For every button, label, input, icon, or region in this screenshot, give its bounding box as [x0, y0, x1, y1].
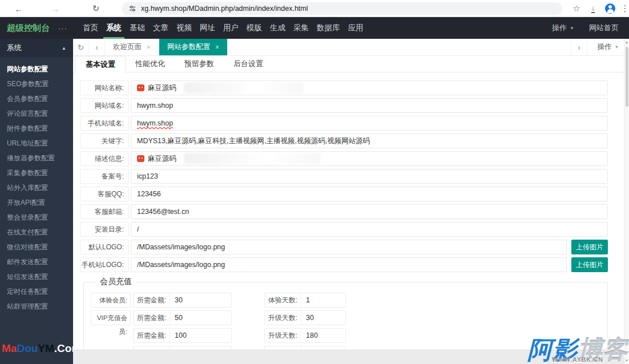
top-navbar: 超级控制台 ··· 首页 系统 基础 文章 视频 网址 用户 模版 生成 采集 …	[0, 17, 629, 39]
tab-site-params[interactable]: 网站参数配置 ×	[159, 39, 228, 55]
sidebar-item-site-params[interactable]: 网站参数配置	[0, 62, 73, 76]
nav-item-home[interactable]: 首页	[79, 17, 102, 39]
sidebar-item-attachment-config[interactable]: 附件参数配置	[0, 121, 73, 136]
amount-input[interactable]: 50	[170, 311, 231, 325]
field-label: 安装目录:	[80, 222, 129, 237]
field-label: 描述信息:	[80, 151, 129, 166]
sidebar-group-system[interactable]: 系统 ▲	[0, 39, 73, 57]
browser-reload-icon[interactable]: ↻	[88, 0, 103, 17]
field-label: 网站域名:	[80, 98, 129, 113]
sidebar-item-sms-config[interactable]: 短信发送配置	[0, 269, 73, 284]
scroll-up-icon[interactable]: ▲	[624, 41, 629, 44]
field-label: 客服QQ:	[80, 187, 129, 201]
devil-icon	[137, 84, 144, 91]
mobile-logo-input[interactable]: /MDassets/images/logo.png	[131, 257, 567, 272]
topnav-actions-dropdown[interactable]: 操作 ▼	[552, 23, 574, 33]
member-type-label	[91, 346, 131, 350]
upload-image-button[interactable]: 上传图片	[571, 240, 608, 254]
nav-item-article[interactable]: 文章	[149, 17, 172, 39]
mobile-domain-input[interactable]: hwym.shop	[131, 116, 608, 131]
field-label: 关键字:	[80, 134, 129, 148]
site-info-icon[interactable]	[128, 5, 136, 13]
nav-item-basic[interactable]: 基础	[126, 17, 149, 39]
nav-item-generate[interactable]: 生成	[266, 17, 289, 39]
sidebar-item-member-params[interactable]: 会员参数配置	[0, 91, 73, 106]
scrollbar-thumb[interactable]	[626, 47, 628, 107]
sidebar-item-payment-config[interactable]: 在线支付配置	[0, 225, 73, 240]
member-type-label: VIP充值会员:	[91, 310, 131, 325]
url-text: xg.hwym.shop/MDadmin.php/admin/index/ind…	[141, 5, 308, 13]
devil-icon	[137, 155, 144, 162]
tab-basic-settings[interactable]: 基本设置	[75, 56, 126, 72]
sidebar-item-login-config[interactable]: 整合登录配置	[0, 210, 73, 225]
days-input[interactable]: 1	[301, 293, 345, 307]
sidebar-item-email-config[interactable]: 邮件发送配置	[0, 254, 73, 269]
sidebar-item-sitegroup-config[interactable]: 站群管理配置	[0, 299, 73, 314]
nav-item-url[interactable]: 网址	[196, 17, 219, 39]
sidebar-item-open-api-config[interactable]: 开放API配置	[0, 195, 73, 210]
topnav-right: 操作 ▼ 网站首页	[552, 23, 629, 33]
member-row: VIP充值会员: 所需金额:50 升级天数:30	[91, 310, 607, 325]
sidebar-item-player-config[interactable]: 播放器参数配置	[0, 151, 73, 165]
amount-input[interactable]: 100	[170, 329, 231, 342]
service-email-input[interactable]: 123456@test.cn	[131, 204, 608, 219]
install-dir-input[interactable]: /	[131, 222, 608, 237]
form-row: 默认LOGO: /MDassets/images/logo.png 上传图片	[80, 240, 608, 254]
sidebar-item-seo-params[interactable]: SEO参数配置	[0, 76, 73, 91]
tab-reserved-params[interactable]: 预留参数	[175, 56, 224, 72]
nav-item-app[interactable]: 应用	[344, 17, 368, 39]
form-row: 描述信息: 麻豆源码	[80, 151, 608, 166]
content-scrollbar[interactable]: ▲ ▼	[624, 39, 629, 364]
refresh-tab-icon[interactable]: ↻	[73, 39, 89, 55]
sidebar-collapse-icon[interactable]: ···	[55, 24, 71, 33]
tabs-scroll-left-icon[interactable]: ‹	[89, 39, 105, 55]
site-domain-input[interactable]: hwym.shop	[131, 98, 608, 113]
site-home-link[interactable]: 网站首页	[589, 23, 619, 33]
form-row: 客服QQ: 123456	[80, 187, 608, 201]
service-qq-input[interactable]: 123456	[131, 187, 608, 201]
sidebar-item-cron-config[interactable]: 定时任务配置	[0, 284, 73, 299]
nav-item-collect[interactable]: 采集	[289, 17, 313, 39]
sidebar-item-offsite-config[interactable]: 站外入库配置	[0, 180, 73, 195]
nav-item-template[interactable]: 模版	[243, 17, 266, 39]
amount-input[interactable]: 30	[170, 293, 231, 307]
site-name-input[interactable]: 麻豆源码	[131, 80, 608, 95]
member-row: 体验会员: 所需金额:30 体验天数:1	[91, 293, 607, 308]
form-row: 客服邮箱: 123456@test.cn	[80, 204, 608, 219]
member-type-label	[91, 328, 131, 343]
profile-avatar[interactable]	[605, 3, 615, 14]
nav-item-system[interactable]: 系统	[102, 17, 126, 39]
tab-performance[interactable]: 性能优化	[126, 56, 175, 72]
sidebar-logo: MaDouYM.Com	[2, 342, 81, 355]
tab-welcome[interactable]: 欢迎页面 ×	[105, 39, 159, 55]
icp-input[interactable]: icp123	[131, 169, 608, 184]
close-icon[interactable]: ×	[147, 43, 151, 51]
browser-menu-icon[interactable]: ⋮	[618, 0, 629, 17]
sidebar-item-wechat-config[interactable]: 微信对接配置	[0, 240, 73, 254]
sidebar-item-collect-config[interactable]: 采集参数配置	[0, 165, 73, 180]
browser-forward-icon[interactable]: →	[48, 0, 63, 17]
days-input[interactable]: 30	[301, 311, 345, 325]
tab-backend-settings[interactable]: 后台设置	[224, 56, 273, 72]
days-input[interactable]: 180	[301, 329, 345, 342]
sidebar-item-comment-config[interactable]: 评论留言配置	[0, 106, 73, 121]
nav-item-video[interactable]: 视频	[172, 17, 196, 39]
nav-item-user[interactable]: 用户	[219, 17, 243, 39]
description-input[interactable]: 麻豆源码	[131, 151, 608, 166]
download-icon[interactable]: ↓	[586, 0, 600, 17]
browser-back-icon[interactable]: ←	[11, 0, 26, 17]
form-row: 网站名称: 麻豆源码	[80, 80, 608, 95]
upload-image-button[interactable]: 上传图片	[571, 257, 608, 272]
sidebar-item-url-config[interactable]: URL地址配置	[0, 136, 73, 151]
default-logo-input[interactable]: /MDassets/images/logo.png	[131, 240, 567, 254]
app-brand: 超级控制台	[0, 23, 55, 34]
tabs-scroll-right-icon[interactable]: ›	[571, 39, 587, 55]
keywords-input[interactable]: MDYS13,麻豆源码,麻豆科技,主播视频网,主播视频,视频源码,视频网站源码	[131, 134, 608, 148]
nav-item-database[interactable]: 数据库	[313, 17, 344, 39]
field-label: 手机站域名:	[80, 116, 129, 131]
address-bar[interactable]: xg.hwym.shop/MDadmin.php/admin/index/ind…	[122, 2, 562, 15]
close-icon[interactable]: ×	[215, 43, 219, 51]
tab-actions-dropdown[interactable]: 操作 ▼	[587, 39, 629, 55]
sidebar: 系统 ▲ 网站参数配置 SEO参数配置 会员参数配置 评论留言配置 附件参数配置…	[0, 39, 73, 364]
bookmark-star-icon[interactable]: ☆	[569, 0, 584, 17]
